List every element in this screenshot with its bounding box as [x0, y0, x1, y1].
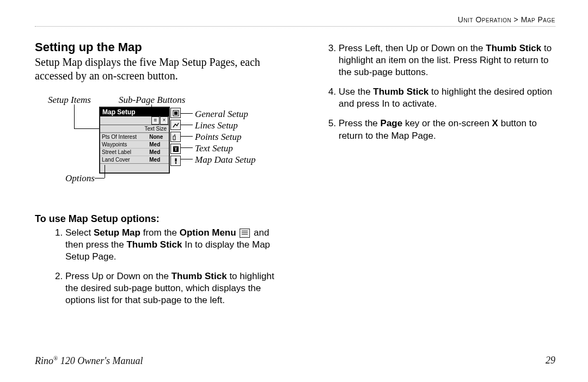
device-subheader: Text Size	[100, 125, 169, 133]
map-setup-figure: Setup Items Sub-Page Buttons Options Map…	[40, 91, 274, 200]
svg-text:T: T	[174, 146, 177, 152]
svg-rect-5	[175, 158, 176, 162]
svg-point-6	[175, 162, 176, 164]
label-setup-items: Setup Items	[48, 95, 91, 106]
svg-rect-2	[173, 136, 175, 140]
list-item: Use the Thumb Stick to highlight the des…	[339, 86, 555, 110]
table-row: Pts Of InterestNone	[100, 133, 169, 141]
procedure-heading: To use Map Setup options:	[35, 213, 282, 225]
steps-right: Press Left, then Up or Down on the Thumb…	[308, 42, 555, 142]
callout-lines: Lines Setup	[195, 120, 238, 131]
label-subpage-buttons: Sub-Page Buttons	[119, 95, 185, 106]
section-intro: Setup Map displays the five Map Setup Pa…	[35, 56, 282, 83]
device-options-row	[100, 163, 169, 172]
device-table: Pts Of InterestNone WaypointsMed Street …	[100, 133, 169, 163]
close-icon: ×	[160, 116, 168, 125]
header-rule	[35, 26, 555, 27]
map-data-setup-icon	[170, 156, 181, 166]
general-setup-icon	[170, 108, 181, 118]
table-row: Street LabelMed	[100, 149, 169, 156]
section-heading: Setting up the Map	[35, 40, 282, 54]
table-row: WaypointsMed	[100, 141, 169, 149]
svg-rect-1	[174, 112, 177, 115]
label-options: Options	[65, 173, 95, 184]
callout-general: General Setup	[195, 109, 248, 120]
subpage-button-bar: T	[170, 108, 181, 166]
callout-points: Points Setup	[195, 132, 241, 143]
callout-mapdata: Map Data Setup	[195, 155, 255, 165]
breadcrumb: Unit Operation > Map Page	[35, 15, 555, 24]
breadcrumb-section: Unit Operation	[458, 15, 511, 24]
list-item: Press the Page key or the on-screen X bu…	[339, 118, 555, 141]
option-menu-icon	[240, 229, 250, 238]
lines-setup-icon	[170, 120, 181, 130]
list-item: Select Setup Map from the Option Menu an…	[65, 227, 282, 263]
menu-icon: ≡	[151, 116, 160, 125]
breadcrumb-page: Map Page	[521, 15, 555, 24]
table-row: Land CoverMed	[100, 156, 169, 164]
device-title: Map Setup	[100, 108, 169, 116]
points-setup-icon	[170, 132, 181, 142]
text-setup-icon: T	[170, 144, 181, 154]
page-footer: Rino® 120 Owner's Manual 29	[35, 355, 555, 367]
callout-text: Text Setup	[195, 143, 233, 154]
page-number: 29	[546, 355, 555, 367]
steps-left: Select Setup Map from the Option Menu an…	[35, 227, 282, 307]
list-item: Press Left, then Up or Down on the Thumb…	[339, 42, 555, 78]
manual-title: Rino® 120 Owner's Manual	[35, 355, 143, 367]
list-item: Press Up or Down on the Thumb Stick to h…	[65, 270, 282, 306]
device-screen: Map Setup ≡ × Text Size Pts Of InterestN…	[99, 107, 170, 174]
